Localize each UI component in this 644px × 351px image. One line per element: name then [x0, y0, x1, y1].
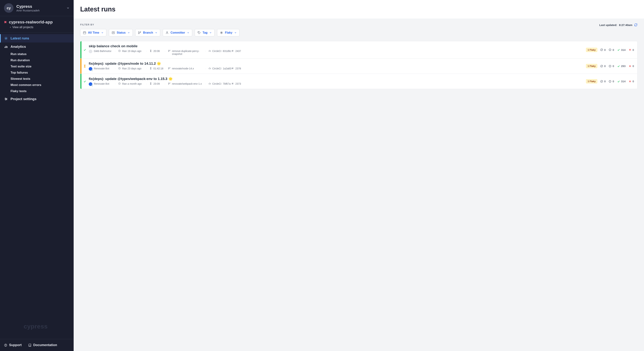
page-title: Latest runs — [80, 5, 638, 13]
sidebar-item-label: Project settings — [10, 97, 36, 101]
run-ran: Ran a month ago — [122, 82, 142, 85]
subnav-slowest-tests[interactable]: Slowest tests — [10, 77, 74, 81]
filter-flaky[interactable]: Flaky — [217, 29, 240, 36]
stat-failed: 0 — [628, 80, 634, 83]
hourglass-icon — [150, 50, 152, 52]
view-all-projects-link[interactable]: View all projects — [10, 26, 70, 29]
hash-icon — [231, 82, 234, 85]
svg-rect-2 — [6, 46, 6, 48]
sidebar-item-label: Analytics — [10, 45, 26, 49]
chevron-down-icon — [66, 6, 70, 10]
book-icon — [28, 344, 32, 347]
check-icon — [617, 65, 620, 68]
svg-point-11 — [6, 346, 6, 346]
filter-label: Status — [117, 31, 126, 34]
list-icon — [112, 31, 115, 34]
cloud-icon — [208, 67, 211, 70]
last-updated: Last updated: 8:27:40am — [599, 23, 638, 26]
sidebar-nav: Latest runs Analytics Run status Run dur… — [0, 33, 74, 339]
run-id: 2437 — [235, 50, 241, 52]
run-branch: renovate/webpack-env-1.x — [172, 82, 202, 85]
page-header: Latest runs — [74, 0, 644, 18]
chevron-down-icon — [209, 31, 212, 34]
clock-icon — [118, 50, 121, 52]
runs-list: skip balance check on mobileGleb Bahmuto… — [80, 41, 638, 89]
svg-line-63 — [601, 81, 602, 82]
x-icon — [628, 48, 632, 51]
analytics-subnav: Run status Run duration Test suite size … — [0, 51, 74, 95]
project-name: cypress-realworld-app — [9, 20, 53, 24]
svg-rect-1 — [5, 47, 5, 48]
run-status — [82, 74, 88, 89]
org-name: Cypress — [16, 4, 40, 9]
skipped-icon — [600, 80, 603, 83]
subnav-top-failures[interactable]: Top failures — [10, 71, 74, 74]
sidebar-item-latest-runs[interactable]: Latest runs — [0, 34, 74, 42]
cloud-icon — [208, 82, 211, 85]
run-id: 2378 — [235, 67, 241, 70]
chevron-down-icon — [128, 31, 130, 34]
run-row[interactable]: fix(deps): update @types/node to 14.11.2… — [80, 58, 637, 74]
sliders-icon — [4, 97, 8, 101]
filter-label: All Time — [88, 31, 99, 34]
svg-line-50 — [601, 65, 602, 67]
filter-label: Flaky — [225, 31, 232, 34]
subnav-run-status[interactable]: Run status — [10, 52, 74, 56]
subnav-flaky-tests[interactable]: Flaky tests — [10, 89, 74, 93]
refresh-icon[interactable] — [634, 23, 638, 26]
last-updated-prefix: Last updated: — [599, 23, 617, 26]
run-row[interactable]: fix(deps): update @types/webpack-env to … — [80, 74, 637, 89]
pending-icon — [608, 65, 612, 68]
filter-committer[interactable]: Committer — [163, 29, 192, 36]
run-author: Renovate Bot — [94, 67, 109, 70]
hash-icon — [231, 50, 234, 52]
run-branch: renovate/node-14.x — [172, 67, 194, 70]
run-row[interactable]: skip balance check on mobileGleb Bahmuto… — [80, 41, 637, 58]
filter-status[interactable]: Status — [109, 29, 133, 36]
run-author: Renovate Bot — [94, 82, 109, 85]
stat-pending: 0 — [608, 64, 614, 68]
stat-skipped: 0 — [600, 48, 606, 51]
svg-point-57 — [170, 83, 170, 83]
svg-point-44 — [170, 67, 170, 68]
run-sha: 7bf67a — [223, 82, 230, 85]
org-switcher[interactable]: cy Cypress Amir Rustamzadeh — [0, 0, 74, 16]
skipped-icon — [600, 65, 603, 68]
help-circle-icon — [4, 344, 7, 347]
git-branch-icon — [168, 50, 170, 52]
tag-icon — [198, 31, 201, 34]
sidebar-item-analytics[interactable]: Analytics — [0, 42, 74, 51]
run-duration: 01:42:18 — [154, 67, 164, 70]
hourglass-icon — [150, 67, 152, 70]
svg-rect-3 — [7, 46, 7, 48]
git-branch-icon — [168, 67, 170, 70]
subnav-most-common-errors[interactable]: Most common errors — [10, 83, 74, 87]
run-sha: 1a2a83 — [223, 67, 231, 70]
documentation-link[interactable]: Documentation — [28, 343, 57, 347]
support-link[interactable]: Support — [4, 343, 22, 347]
stat-pending: 0 — [608, 48, 614, 51]
sidebar-item-project-settings[interactable]: Project settings — [0, 95, 74, 103]
run-ran: Ran 19 days ago — [122, 50, 142, 52]
filter-branch[interactable]: Branch — [135, 29, 160, 36]
filter-tag[interactable]: Tag — [195, 29, 214, 36]
check-icon — [617, 48, 620, 51]
flaky-badge: 1 Flaky — [586, 48, 597, 52]
filter-label: Branch — [143, 31, 153, 34]
subnav-test-suite-size[interactable]: Test suite size — [10, 65, 74, 68]
chevron-left-icon — [10, 26, 11, 28]
run-duration: 20:06 — [154, 50, 160, 52]
flaky-badge: 1 Flaky — [586, 79, 597, 83]
filter-all-time[interactable]: All Time — [80, 29, 106, 36]
org-subtitle: Amir Rustamzadeh — [16, 9, 40, 12]
run-duration: 23:09 — [154, 82, 160, 85]
stat-skipped: 0 — [600, 80, 606, 83]
stat-passed: 314 — [617, 48, 626, 51]
status-pass-icon — [83, 48, 86, 51]
clock-icon — [118, 82, 121, 85]
last-updated-time: 8:27:40am — [619, 23, 632, 26]
svg-point-30 — [168, 51, 169, 52]
sidebar: cy Cypress Amir Rustamzadeh ✖ cypress-re… — [0, 0, 74, 351]
subnav-run-duration[interactable]: Run duration — [10, 58, 74, 62]
stat-skipped: 0 — [600, 64, 606, 68]
